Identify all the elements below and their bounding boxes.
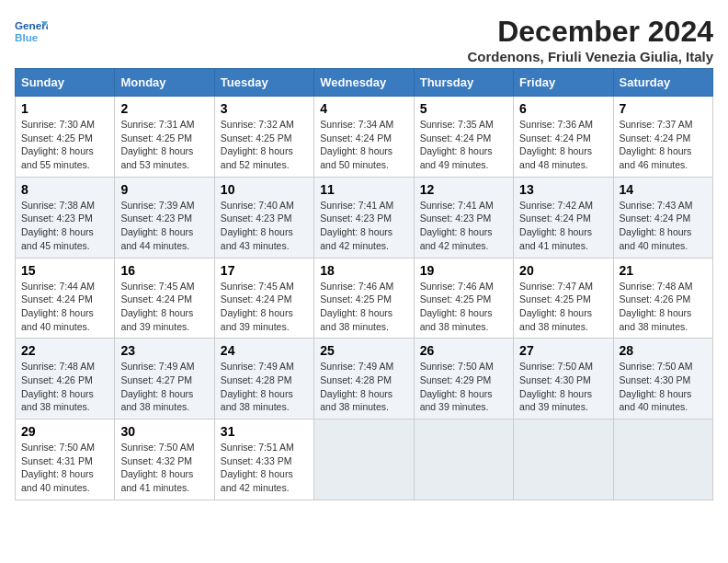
header-sunday: Sunday: [16, 69, 115, 97]
day-info: Sunrise: 7:37 AM Sunset: 4:24 PM Dayligh…: [620, 118, 707, 172]
header-thursday: Thursday: [414, 69, 513, 97]
day-info: Sunrise: 7:43 AM Sunset: 4:24 PM Dayligh…: [620, 199, 707, 253]
day-number: 23: [120, 343, 208, 358]
calendar-week-2: 8 Sunrise: 7:38 AM Sunset: 4:23 PM Dayli…: [16, 177, 713, 258]
calendar-cell: 23 Sunrise: 7:49 AM Sunset: 4:27 PM Dayl…: [115, 339, 214, 419]
calendar-week-5: 29 Sunrise: 7:50 AM Sunset: 4:31 PM Dayl…: [16, 419, 713, 500]
calendar-cell: 13 Sunrise: 7:42 AM Sunset: 4:24 PM Dayl…: [514, 177, 613, 258]
day-number: 2: [120, 101, 208, 116]
day-number: 13: [519, 182, 607, 197]
page-header: General Blue December 2024 Cordenons, Fr…: [15, 15, 713, 64]
day-info: Sunrise: 7:36 AM Sunset: 4:24 PM Dayligh…: [519, 118, 607, 172]
calendar-cell: 31 Sunrise: 7:51 AM Sunset: 4:33 PM Dayl…: [214, 419, 313, 500]
day-info: Sunrise: 7:41 AM Sunset: 4:23 PM Dayligh…: [420, 199, 507, 253]
day-info: Sunrise: 7:47 AM Sunset: 4:25 PM Dayligh…: [519, 280, 607, 334]
day-number: 20: [519, 263, 607, 278]
calendar-cell: 28 Sunrise: 7:50 AM Sunset: 4:30 PM Dayl…: [613, 339, 712, 419]
day-info: Sunrise: 7:51 AM Sunset: 4:33 PM Dayligh…: [221, 441, 308, 495]
day-info: Sunrise: 7:30 AM Sunset: 4:25 PM Dayligh…: [21, 118, 108, 172]
calendar-cell: 8 Sunrise: 7:38 AM Sunset: 4:23 PM Dayli…: [16, 177, 115, 258]
day-number: 5: [420, 101, 507, 116]
day-info: Sunrise: 7:48 AM Sunset: 4:26 PM Dayligh…: [620, 280, 707, 334]
day-info: Sunrise: 7:50 AM Sunset: 4:30 PM Dayligh…: [620, 360, 707, 414]
day-number: 7: [620, 101, 707, 116]
calendar-cell: 24 Sunrise: 7:49 AM Sunset: 4:28 PM Dayl…: [214, 339, 313, 419]
calendar-cell: 14 Sunrise: 7:43 AM Sunset: 4:24 PM Dayl…: [613, 177, 712, 258]
day-number: 16: [120, 263, 208, 278]
day-info: Sunrise: 7:45 AM Sunset: 4:24 PM Dayligh…: [221, 280, 308, 334]
day-number: 11: [320, 182, 407, 197]
day-number: 25: [320, 343, 407, 358]
calendar-cell: 16 Sunrise: 7:45 AM Sunset: 4:24 PM Dayl…: [115, 258, 214, 339]
day-number: 21: [620, 263, 707, 278]
calendar-cell: 29 Sunrise: 7:50 AM Sunset: 4:31 PM Dayl…: [16, 419, 115, 500]
day-number: 15: [21, 263, 108, 278]
day-number: 8: [21, 182, 108, 197]
day-info: Sunrise: 7:50 AM Sunset: 4:31 PM Dayligh…: [21, 441, 108, 495]
header-tuesday: Tuesday: [214, 69, 313, 97]
day-number: 28: [620, 343, 707, 358]
day-info: Sunrise: 7:50 AM Sunset: 4:30 PM Dayligh…: [519, 360, 607, 414]
calendar-cell: 21 Sunrise: 7:48 AM Sunset: 4:26 PM Dayl…: [613, 258, 712, 339]
day-number: 18: [320, 263, 407, 278]
day-number: 3: [221, 101, 308, 116]
day-number: 27: [519, 343, 607, 358]
calendar-cell: 15 Sunrise: 7:44 AM Sunset: 4:24 PM Dayl…: [16, 258, 115, 339]
svg-text:General: General: [15, 19, 48, 31]
calendar-cell: 9 Sunrise: 7:39 AM Sunset: 4:23 PM Dayli…: [115, 177, 214, 258]
calendar-cell: 19 Sunrise: 7:46 AM Sunset: 4:25 PM Dayl…: [414, 258, 513, 339]
day-number: 29: [21, 424, 108, 439]
day-info: Sunrise: 7:46 AM Sunset: 4:25 PM Dayligh…: [320, 280, 407, 334]
page-subtitle: Cordenons, Friuli Venezia Giulia, Italy: [467, 49, 713, 64]
calendar-week-4: 22 Sunrise: 7:48 AM Sunset: 4:26 PM Dayl…: [16, 339, 713, 419]
day-info: Sunrise: 7:50 AM Sunset: 4:29 PM Dayligh…: [420, 360, 507, 414]
day-number: 26: [420, 343, 507, 358]
day-number: 6: [519, 101, 607, 116]
calendar-cell: 6 Sunrise: 7:36 AM Sunset: 4:24 PM Dayli…: [514, 97, 613, 178]
day-info: Sunrise: 7:46 AM Sunset: 4:25 PM Dayligh…: [420, 280, 507, 334]
day-info: Sunrise: 7:49 AM Sunset: 4:28 PM Dayligh…: [221, 360, 308, 414]
calendar-week-1: 1 Sunrise: 7:30 AM Sunset: 4:25 PM Dayli…: [16, 97, 713, 178]
calendar-week-3: 15 Sunrise: 7:44 AM Sunset: 4:24 PM Dayl…: [16, 258, 713, 339]
calendar-cell: [514, 419, 613, 500]
calendar-cell: 1 Sunrise: 7:30 AM Sunset: 4:25 PM Dayli…: [16, 97, 115, 178]
day-number: 12: [420, 182, 507, 197]
logo: General Blue: [15, 15, 48, 48]
calendar-cell: 10 Sunrise: 7:40 AM Sunset: 4:23 PM Dayl…: [214, 177, 313, 258]
calendar-cell: 7 Sunrise: 7:37 AM Sunset: 4:24 PM Dayli…: [613, 97, 712, 178]
day-number: 22: [21, 343, 108, 358]
calendar-table: SundayMondayTuesdayWednesdayThursdayFrid…: [15, 68, 713, 500]
day-number: 31: [221, 424, 308, 439]
calendar-cell: 2 Sunrise: 7:31 AM Sunset: 4:25 PM Dayli…: [115, 97, 214, 178]
title-block: December 2024 Cordenons, Friuli Venezia …: [467, 15, 713, 64]
calendar-cell: [613, 419, 712, 500]
day-info: Sunrise: 7:39 AM Sunset: 4:23 PM Dayligh…: [120, 199, 208, 253]
day-info: Sunrise: 7:38 AM Sunset: 4:23 PM Dayligh…: [21, 199, 108, 253]
calendar-cell: 22 Sunrise: 7:48 AM Sunset: 4:26 PM Dayl…: [16, 339, 115, 419]
day-number: 1: [21, 101, 108, 116]
calendar-cell: 18 Sunrise: 7:46 AM Sunset: 4:25 PM Dayl…: [314, 258, 414, 339]
calendar-cell: 12 Sunrise: 7:41 AM Sunset: 4:23 PM Dayl…: [414, 177, 513, 258]
day-info: Sunrise: 7:44 AM Sunset: 4:24 PM Dayligh…: [21, 280, 108, 334]
day-info: Sunrise: 7:49 AM Sunset: 4:27 PM Dayligh…: [120, 360, 208, 414]
page-title: December 2024: [467, 15, 713, 49]
day-info: Sunrise: 7:50 AM Sunset: 4:32 PM Dayligh…: [120, 441, 208, 495]
day-info: Sunrise: 7:34 AM Sunset: 4:24 PM Dayligh…: [320, 118, 407, 172]
day-info: Sunrise: 7:48 AM Sunset: 4:26 PM Dayligh…: [21, 360, 108, 414]
header-monday: Monday: [115, 69, 214, 97]
calendar-cell: 17 Sunrise: 7:45 AM Sunset: 4:24 PM Dayl…: [214, 258, 313, 339]
calendar-cell: 27 Sunrise: 7:50 AM Sunset: 4:30 PM Dayl…: [514, 339, 613, 419]
calendar-cell: 30 Sunrise: 7:50 AM Sunset: 4:32 PM Dayl…: [115, 419, 214, 500]
day-info: Sunrise: 7:49 AM Sunset: 4:28 PM Dayligh…: [320, 360, 407, 414]
calendar-cell: 20 Sunrise: 7:47 AM Sunset: 4:25 PM Dayl…: [514, 258, 613, 339]
day-info: Sunrise: 7:41 AM Sunset: 4:23 PM Dayligh…: [320, 199, 407, 253]
logo-icon: General Blue: [15, 15, 48, 48]
calendar-cell: 5 Sunrise: 7:35 AM Sunset: 4:24 PM Dayli…: [414, 97, 513, 178]
day-number: 9: [120, 182, 208, 197]
day-number: 14: [620, 182, 707, 197]
day-info: Sunrise: 7:35 AM Sunset: 4:24 PM Dayligh…: [420, 118, 507, 172]
svg-text:Blue: Blue: [15, 31, 39, 43]
calendar-cell: 3 Sunrise: 7:32 AM Sunset: 4:25 PM Dayli…: [214, 97, 313, 178]
day-number: 17: [221, 263, 308, 278]
day-number: 10: [221, 182, 308, 197]
